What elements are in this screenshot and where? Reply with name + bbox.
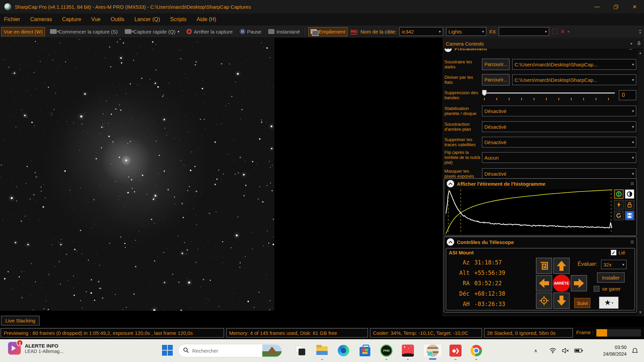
browse-darks-button[interactable]: Parcourir... xyxy=(482,59,509,70)
scroll-down-icon[interactable]: ▼ xyxy=(638,310,643,315)
darks-file-select[interactable]: C:\Users\marcb\Desktop\SharpCap...▾ xyxy=(512,59,636,70)
file-explorer-button[interactable] xyxy=(315,344,329,357)
clear-selection-icon[interactable]: × xyxy=(560,29,565,34)
target-center-button[interactable] xyxy=(536,293,552,309)
save-stretch-button[interactable] xyxy=(625,211,634,220)
wifi-button[interactable] xyxy=(549,339,556,362)
fx-select[interactable]: ▾ xyxy=(499,27,549,36)
menu-lancer[interactable]: Lancer (Q) xyxy=(135,16,160,22)
volume-button[interactable] xyxy=(562,339,570,362)
rate-select[interactable]: 32x▾ xyxy=(601,260,627,269)
microsoft-store-button[interactable] xyxy=(358,344,372,357)
stretch-power-button[interactable] xyxy=(614,189,624,199)
phd2-button[interactable]: PHD xyxy=(380,344,393,357)
flats-file-select[interactable]: C:\Users\marcb\Desktop\SharpCap...▾ xyxy=(512,74,636,85)
menu-vue[interactable]: Vue xyxy=(91,16,101,22)
start-capture-button[interactable]: Commencer la capture (S) xyxy=(48,27,120,36)
section-menu-icon[interactable]: ≡ xyxy=(629,49,632,52)
png-format-icon: ING xyxy=(351,29,357,35)
quick-capture-button[interactable]: Capture rapide (Q)▾ xyxy=(123,27,181,36)
banding-slider[interactable] xyxy=(482,89,616,101)
edge-button[interactable] xyxy=(337,344,350,357)
section-menu-icon[interactable]: ≡ xyxy=(630,239,634,246)
live-view-button[interactable]: Vue en direct (W) xyxy=(1,27,45,36)
histogram-plot xyxy=(446,189,612,234)
news-widget[interactable]: 1 ALERTE INFO LEAD 1-Allemag... xyxy=(8,342,63,355)
status-cooler: Cooler: 34%, Temp: -10,1C, Target: -10,0… xyxy=(370,328,482,338)
close-button[interactable]: ✕ xyxy=(625,0,644,13)
start-button[interactable] xyxy=(162,345,173,357)
pause-button[interactable]: Pause xyxy=(238,27,264,36)
notification-center-button[interactable] xyxy=(632,339,638,362)
tab-live-stacking[interactable]: Live Stacking xyxy=(1,316,40,325)
chevron-down-icon[interactable]: ▾ xyxy=(630,42,632,46)
goto-star-button[interactable]: ★ ▾ xyxy=(599,297,619,309)
running-indicator xyxy=(385,359,387,360)
collapse-icon[interactable] xyxy=(447,238,454,246)
chevron-down-icon: ▾ xyxy=(439,29,441,34)
sharpcap-taskbar-button[interactable] xyxy=(423,344,442,357)
reset-stretch-button[interactable] xyxy=(614,211,624,220)
flip-select[interactable]: Aucun▾ xyxy=(482,152,636,163)
collapse-icon[interactable] xyxy=(447,180,454,187)
linked-checkbox[interactable]: ✓ Lié xyxy=(611,250,625,255)
battery-button[interactable] xyxy=(574,339,583,362)
menu-capture[interactable]: Capture xyxy=(62,16,81,22)
selection-area-icon[interactable] xyxy=(552,29,557,34)
slew-up-button[interactable] xyxy=(553,258,570,274)
panel-scrollbar[interactable]: ▲ ▼ xyxy=(638,50,643,315)
planetarium-button[interactable] xyxy=(401,344,415,357)
flip-value: Aucun xyxy=(484,155,629,161)
minimize-button[interactable]: — xyxy=(588,0,606,13)
darks-file-value: C:\Users\marcb\Desktop\SharpCap... xyxy=(515,62,629,67)
scroll-up-icon[interactable]: ▲ xyxy=(638,50,643,56)
slew-left-button[interactable] xyxy=(536,275,552,291)
chrome-button[interactable] xyxy=(470,344,483,357)
park-checkbox[interactable]: se garer xyxy=(594,286,621,292)
pin-icon[interactable] xyxy=(637,41,641,46)
menu-fichier[interactable]: Fichier xyxy=(4,16,20,22)
slider-handle[interactable] xyxy=(482,90,487,96)
toolbar-overflow-button[interactable]: ▪▪▾ xyxy=(639,29,643,34)
background-subtract-select[interactable]: Désactivé▾ xyxy=(482,121,636,132)
frame-type-select[interactable]: Lights▾ xyxy=(446,27,486,36)
search-input[interactable] xyxy=(192,348,256,354)
snapshot-button[interactable]: Instantané xyxy=(266,27,302,36)
frame-type-value: Lights xyxy=(448,29,479,35)
menu-aide[interactable]: Aide (H) xyxy=(197,16,216,22)
menu-scripts[interactable]: Scripts xyxy=(170,16,186,22)
menu-outils[interactable]: Outils xyxy=(111,16,124,22)
goto-home-button[interactable] xyxy=(536,258,552,274)
hot-pixels-select[interactable]: Désactivé▾ xyxy=(482,168,636,179)
target-name-select[interactable]: ic342▾ xyxy=(399,27,443,36)
stacking-button[interactable]: Empilement xyxy=(308,27,347,36)
menu-cameras[interactable]: Cameras xyxy=(30,16,52,22)
coord-value: 31:18:57 xyxy=(474,259,502,266)
chevron-down-icon[interactable]: ▾ xyxy=(568,29,570,34)
install-button[interactable]: Installer xyxy=(597,273,625,283)
clock[interactable]: 03:50 24/08/2024 xyxy=(603,344,627,357)
slew-down-button[interactable] xyxy=(553,293,570,309)
chevron-down-icon: ▾ xyxy=(639,32,641,34)
track-button[interactable]: Suivi xyxy=(574,298,590,308)
contrast-button[interactable] xyxy=(625,189,634,199)
asi-studio-button[interactable]: ◆❯ xyxy=(449,344,462,357)
histogram-title: Afficher l'étirement de l'histogramme xyxy=(457,181,628,187)
collapse-icon[interactable] xyxy=(444,49,452,52)
stop-slew-button[interactable]: ARRÊTE xyxy=(553,275,570,292)
search-highlight-image[interactable] xyxy=(262,345,282,357)
task-view-button[interactable] xyxy=(294,344,307,357)
auto-stretch-button[interactable] xyxy=(614,200,624,209)
satellite-trails-select[interactable]: Désactivé▾ xyxy=(482,137,636,147)
background-subtract-value: Désactivé xyxy=(484,124,629,130)
live-stack-preview-image[interactable] xyxy=(0,38,274,311)
search-box[interactable] xyxy=(178,344,283,357)
stabilisation-select[interactable]: Désactivé▾ xyxy=(482,106,636,116)
lock-button[interactable] xyxy=(625,200,634,209)
slew-right-button[interactable] xyxy=(571,275,587,291)
stop-capture-button[interactable]: Arrêter la capture xyxy=(184,27,235,36)
browse-flats-button[interactable]: Parcourir... xyxy=(482,74,509,85)
tray-chevron-button[interactable]: ∧ xyxy=(534,339,537,362)
restore-button[interactable] xyxy=(606,0,625,13)
section-menu-icon[interactable]: ≡ xyxy=(630,180,634,187)
